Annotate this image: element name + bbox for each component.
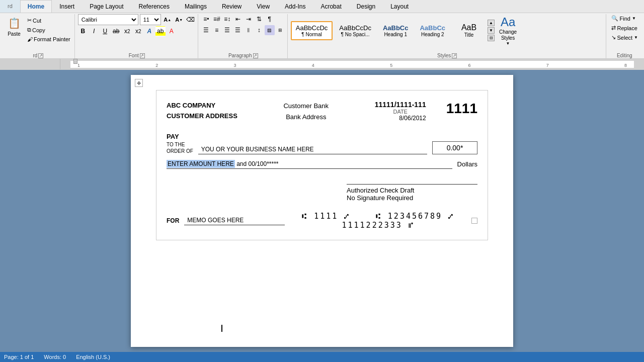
change-styles-button[interactable]: Aa ChangeStyles ▼ [496, 14, 520, 47]
styles-nav: ▲ ▼ ⊟ [488, 20, 495, 41]
tab-acrobat[interactable]: Acrobat [313, 0, 349, 13]
tab-references[interactable]: References [131, 0, 177, 13]
bold-button[interactable]: B [78, 26, 88, 36]
tab-home[interactable]: Home [20, 0, 52, 13]
decrease-indent-button[interactable]: ⇤ [233, 14, 243, 24]
justify-button[interactable]: ☰ [233, 25, 243, 35]
styles-more[interactable]: ⊟ [488, 35, 495, 41]
format-painter-label: Format Painter [34, 36, 70, 42]
format-painter-button[interactable]: 🖌 Format Painter [25, 35, 72, 43]
copy-button[interactable]: ⧉ Copy [25, 26, 72, 34]
tab-page-layout[interactable]: Page Layout [82, 0, 131, 13]
text-cursor [221, 325, 222, 332]
style-heading2[interactable]: AaBbCc Heading 2 [415, 21, 450, 40]
left-indent-marker[interactable] [73, 59, 77, 64]
main-area: ✛ ABC COMPANY CUSTOMER ADDRESS Customer … [0, 70, 644, 352]
amount-box[interactable]: 0.00* [432, 141, 477, 154]
select-icon: ↘ [611, 34, 616, 41]
style-normal-preview: AaBbCcDc [296, 24, 328, 32]
status-bar: Page: 1 of 1 Words: 0 English (U.S.) [0, 352, 644, 362]
highlight-button[interactable]: ab [155, 26, 166, 36]
replace-button[interactable]: ⇄ Replace [609, 24, 639, 32]
subscript-button[interactable]: x2 [122, 26, 132, 36]
align-right-button[interactable]: ☰ [222, 25, 232, 35]
show-formatting-button[interactable]: ¶ [265, 14, 275, 24]
status-words: Words: 0 [44, 354, 66, 360]
shrink-font-button[interactable]: A▼ [174, 15, 184, 25]
style-no-spacing[interactable]: AaBbCcDc ¶ No Spaci... [334, 21, 376, 40]
amount-words-line[interactable]: ENTER AMOUNT HERE and 00/100***** [167, 160, 452, 169]
style-h2-label: Heading 2 [420, 32, 445, 37]
cursor-area [221, 324, 222, 332]
status-page: Page: 1 of 1 [4, 354, 34, 360]
text-effects-button[interactable]: A [144, 26, 154, 36]
multilevel-button[interactable]: ≡↕ [222, 14, 232, 24]
ruler: 12345678 [0, 59, 644, 70]
increase-indent-button[interactable]: ⇥ [244, 14, 254, 24]
check-number: 1111 [446, 101, 477, 117]
micr-line: ⑆ 1111 ⑇ ⑆ 123456789 ⑇ 1111222333 ⑈ [290, 212, 466, 230]
paste-button[interactable]: 📋 Paste [4, 14, 24, 39]
columns-button[interactable]: ⫴ [244, 25, 254, 35]
align-center-button[interactable]: ≡ [212, 25, 222, 35]
copy-icon: ⧉ [27, 27, 31, 33]
tab-review[interactable]: Review [214, 0, 249, 13]
styles-scroll-down[interactable]: ▼ [488, 27, 495, 34]
dollars-label: Dollars [457, 160, 477, 169]
micr-mid: ⑆ 123456789 ⑇ [376, 212, 454, 221]
font-size-select[interactable]: 11 [140, 14, 161, 25]
format-painter-icon: 🖌 [27, 36, 33, 42]
tab-design[interactable]: Design [349, 0, 383, 13]
font-color-button[interactable]: A [167, 26, 177, 36]
tab-view[interactable]: View [249, 0, 277, 13]
select-button[interactable]: ↘ Select ▼ [609, 33, 640, 42]
shading-button[interactable]: ▨ [265, 25, 275, 35]
micr-right: 1111222333 ⑈ [342, 221, 415, 230]
find-button[interactable]: 🔍 Find ▼ [609, 14, 638, 23]
memo-line[interactable]: MEMO GOES HERE [184, 217, 285, 225]
style-heading1[interactable]: AaBbCc Heading 1 [378, 21, 414, 40]
clipboard-expand[interactable]: ↗ [38, 53, 43, 58]
copy-label: Copy [32, 27, 45, 33]
cut-button[interactable]: ✂ Cut [25, 16, 72, 25]
bullets-button[interactable]: ≡• [201, 14, 211, 24]
style-normal-label: ¶ Normal [296, 32, 328, 37]
styles-label: Styles ↗ [289, 53, 606, 58]
font-expand[interactable]: ↗ [140, 53, 145, 58]
align-left-button[interactable]: ☰ [201, 25, 211, 35]
underline-button[interactable]: U [100, 26, 110, 36]
signature-area: Authorized Check Draft No Signature Requ… [167, 184, 477, 202]
paste-icon: 📋 [7, 16, 21, 30]
strikethrough-button[interactable]: ab [111, 26, 121, 36]
tab-mailings[interactable]: Mailings [177, 0, 214, 13]
clipboard-group: 📋 Paste ✂ Cut ⧉ Copy [2, 14, 75, 58]
clear-format-button[interactable]: ⌫ [186, 15, 196, 25]
paragraph-expand[interactable]: ↗ [253, 53, 258, 58]
numbering-button[interactable]: ≡# [212, 14, 222, 24]
tab-rd[interactable]: rd [0, 0, 20, 13]
line-spacing-button[interactable]: ↕ [254, 25, 264, 35]
styles-expand[interactable]: ↗ [452, 53, 457, 58]
document: ✛ ABC COMPANY CUSTOMER ADDRESS Customer … [131, 75, 513, 347]
payee-field[interactable]: YOU OR YOUR BUSINESS NAME HERE [198, 146, 427, 154]
change-styles-label: ChangeStyles [499, 29, 517, 41]
italic-button[interactable]: I [89, 26, 99, 36]
grow-font-button[interactable]: A▲ [163, 15, 173, 25]
superscript-button[interactable]: x2 [133, 26, 143, 36]
tab-layout[interactable]: Layout [383, 0, 416, 13]
style-normal[interactable]: AaBbCcDc ¶ Normal [291, 21, 333, 40]
corner-mark [471, 218, 477, 224]
font-name-select[interactable]: Calibri [78, 14, 138, 25]
styles-scroll-up[interactable]: ▲ [488, 20, 495, 26]
tab-insert[interactable]: Insert [52, 0, 82, 13]
authorized-line2: No Signature Required [347, 194, 477, 202]
find-label: Find [620, 16, 630, 22]
clipboard-label: rd ↗ [2, 53, 74, 58]
borders-button[interactable]: ⊞ [275, 25, 285, 35]
sort-button[interactable]: ⇅ [254, 14, 264, 24]
style-title[interactable]: AaB Title [452, 20, 486, 41]
move-handle[interactable]: ✛ [135, 79, 143, 87]
company-info: ABC COMPANY CUSTOMER ADDRESS [167, 101, 237, 122]
style-h2-preview: AaBbCc [420, 24, 445, 32]
tab-add-ins[interactable]: Add-Ins [277, 0, 313, 13]
